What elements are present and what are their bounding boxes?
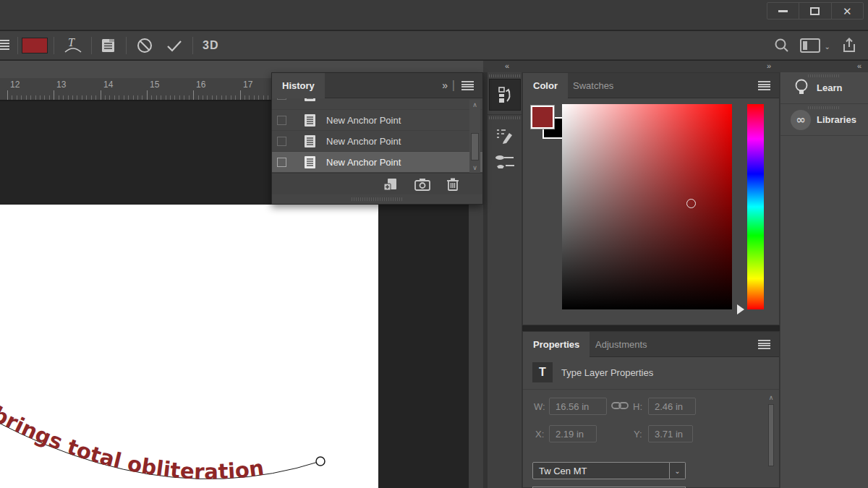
warp-text-icon[interactable]: T (62, 35, 84, 56)
hue-slider[interactable] (747, 104, 764, 309)
text-align-icon[interactable] (0, 40, 9, 51)
commit-check-icon[interactable] (165, 37, 184, 54)
y-field[interactable]: 3.71 in (648, 425, 693, 442)
color-field[interactable] (562, 104, 732, 309)
history-row[interactable]: New Anchor Point (272, 98, 482, 110)
learn-panel-button[interactable]: Learn (780, 72, 868, 104)
x-label: X: (535, 429, 544, 440)
expand-panel-icon[interactable]: » (442, 80, 448, 91)
scroll-thumb[interactable] (768, 404, 774, 466)
close-button[interactable]: ✕ (832, 3, 863, 19)
collapse-left-icon[interactable]: « (505, 61, 508, 70)
properties-scrollbar[interactable]: ∧ (766, 394, 776, 487)
history-row[interactable]: New Anchor Point (272, 131, 482, 152)
history-source-well[interactable] (277, 98, 286, 100)
history-panel-button[interactable] (489, 79, 521, 111)
height-label: H: (633, 401, 642, 412)
brushes-icon (494, 152, 516, 172)
divider: | (452, 79, 455, 92)
right-rail: Learn ∞ Libraries (780, 72, 868, 488)
color-field-cursor[interactable] (686, 199, 696, 208)
3d-button[interactable]: 3D (203, 39, 218, 52)
panel-grip (808, 74, 840, 77)
history-source-well[interactable] (277, 158, 286, 167)
panel-grip (808, 106, 840, 109)
panel-grip[interactable] (489, 116, 521, 119)
window-controls: ✕ (767, 2, 864, 20)
panel-menu-icon[interactable] (758, 340, 770, 349)
height-field[interactable]: 2.46 in (648, 398, 696, 415)
history-source-well[interactable] (277, 116, 286, 125)
divider (91, 37, 92, 54)
ruler-tick: 13 (54, 90, 54, 100)
new-document-from-state-icon[interactable] (383, 177, 399, 192)
expand-right-icon[interactable]: » (767, 61, 770, 70)
history-panel: History » | New Anchor Point (271, 72, 483, 205)
properties-tab-bar: Properties Adjustments (523, 332, 779, 357)
photoshop-window: ✕ T (0, 0, 868, 488)
divider (192, 37, 193, 54)
history-icon (495, 85, 514, 104)
x-field[interactable]: 2.19 in (549, 425, 597, 442)
chevron-down-icon[interactable]: ⌄ (825, 43, 830, 51)
history-source-well[interactable] (277, 137, 286, 146)
delete-trash-icon[interactable] (446, 177, 459, 192)
tab-adjustments[interactable]: Adjustments (585, 332, 658, 357)
panel-menu-icon[interactable] (461, 81, 474, 90)
text-color-swatch[interactable] (22, 38, 48, 53)
history-list: New Anchor Point New Anchor Point (272, 98, 482, 173)
collapse-left-icon[interactable]: « (857, 61, 860, 70)
brush-settings-icon (495, 126, 515, 146)
history-row[interactable]: New Anchor Point (272, 110, 482, 131)
properties-panel: Properties Adjustments T Type Layer Prop… (522, 331, 780, 488)
workspace-icon[interactable] (800, 38, 820, 53)
type-on-path: brings total obliteration (0, 205, 378, 488)
hue-slider-marker[interactable] (737, 304, 744, 314)
color-panel: Color Swatches (522, 72, 780, 325)
minimize-icon (778, 10, 788, 12)
path-anchor-point[interactable] (316, 457, 325, 466)
history-state-icon (304, 114, 316, 127)
history-row-selected[interactable]: New Anchor Point (272, 152, 482, 173)
font-family-dropdown-icon[interactable]: ⌄ (670, 462, 686, 479)
panel-grip[interactable] (489, 74, 521, 77)
minimize-button[interactable] (767, 3, 799, 19)
history-scrollbar[interactable]: ∧ ∨ (469, 100, 480, 173)
ruler-tick: 16 (193, 90, 194, 100)
path-text[interactable]: brings total obliteration (0, 401, 265, 484)
maximize-button[interactable] (799, 3, 831, 19)
foreground-color-swatch[interactable] (531, 106, 554, 129)
character-panel-icon[interactable] (100, 37, 117, 54)
y-label: Y: (634, 429, 642, 440)
scroll-up-icon[interactable]: ∧ (469, 101, 480, 108)
libraries-panel-button[interactable]: ∞ Libraries (780, 104, 868, 136)
share-icon[interactable] (841, 37, 858, 54)
width-field[interactable]: 16.56 in (549, 398, 607, 415)
panel-menu-icon[interactable] (758, 81, 770, 90)
tab-history[interactable]: History (272, 73, 325, 98)
ruler-tick: 17 (240, 90, 241, 100)
scroll-down-icon[interactable]: ∨ (469, 164, 480, 171)
scroll-thumb[interactable] (471, 133, 479, 160)
panel-collapse-strip: « » « (483, 61, 868, 72)
svg-text:∞: ∞ (796, 113, 805, 127)
ruler-tick: 12 (7, 90, 8, 100)
title-bar: ✕ (0, 0, 868, 30)
tab-swatches[interactable]: Swatches (563, 73, 624, 98)
tab-properties[interactable]: Properties (523, 332, 590, 357)
tab-color[interactable]: Color (523, 73, 568, 98)
properties-header: Type Layer Properties (561, 367, 653, 378)
close-icon: ✕ (843, 6, 852, 17)
scroll-up-icon[interactable]: ∧ (766, 394, 776, 401)
link-dimensions-icon[interactable] (611, 401, 629, 411)
color-tab-bar: Color Swatches (523, 73, 779, 98)
svg-text:T: T (68, 36, 75, 48)
history-state-icon (304, 98, 316, 102)
new-snapshot-camera-icon[interactable] (414, 178, 430, 191)
font-family-select[interactable]: Tw Cen MT (532, 462, 670, 479)
canvas[interactable]: brings total obliteration (0, 205, 378, 488)
cancel-edit-icon[interactable] (136, 37, 153, 54)
brushes-button[interactable] (489, 146, 521, 178)
history-footer (272, 173, 482, 194)
panel-resize-grip[interactable] (352, 197, 402, 201)
